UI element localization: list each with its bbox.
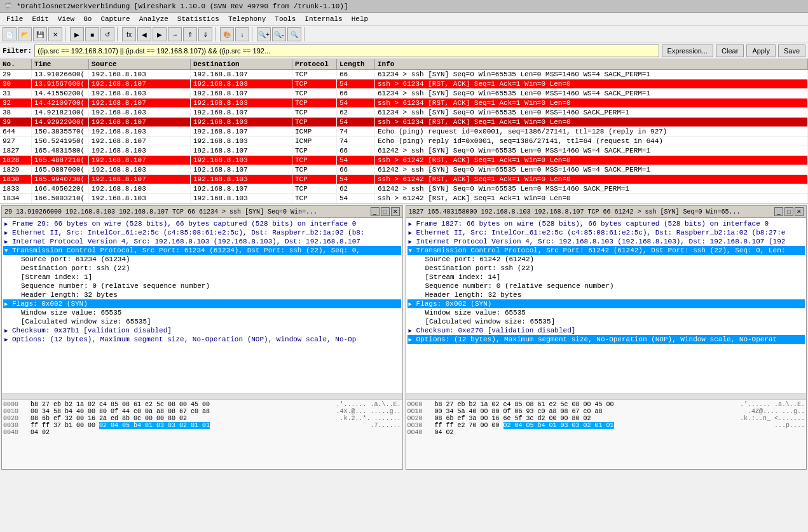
toolbar-btn-go-to[interactable]: → [168, 27, 182, 41]
expression-button[interactable]: Expression... [662, 44, 714, 57]
panel-1-detail-content: ▶Frame 29: 66 bytes on wire (528 bits), … [2, 218, 402, 393]
cell-info: 61242 > ssh [SYN] Seq=0 Win=65535 Len=0 … [375, 184, 808, 193]
cell-time: 165.9940730( [32, 175, 89, 184]
apply-button[interactable]: Apply [746, 44, 776, 57]
table-row[interactable]: 30 13.91567600( 192.168.8.107 192.168.8.… [0, 79, 808, 89]
panel-2-close[interactable]: ✕ [795, 207, 804, 216]
cell-no: 644 [0, 127, 32, 136]
toolbar-btn-save[interactable]: 💾 [33, 27, 47, 41]
table-row[interactable]: 29 13.91026600( 192.168.8.103 192.168.8.… [0, 70, 808, 79]
table-row[interactable]: 1834 166.5003210( 192.168.8.103 192.168.… [0, 194, 808, 203]
table-row[interactable]: 39 14.92922900( 192.168.8.107 192.168.8.… [0, 118, 808, 127]
toolbar-btn-zoom-out[interactable]: 🔍- [272, 27, 286, 41]
cell-src: 192.168.8.103 [89, 194, 191, 203]
hex-highlight: 02 04 05 b4 01 03 03 02 01 01 [99, 422, 210, 429]
detail-row[interactable]: ▶Ethernet II, Src: IntelCor_61:e2:5c (c4… [3, 228, 401, 237]
table-row[interactable]: 31 14.41550200( 192.168.8.103 192.168.8.… [0, 89, 808, 99]
hex-row: 0040 04 02 [407, 429, 805, 436]
detail-row: [Calculated window size: 65535] [407, 317, 805, 326]
detail-row[interactable]: ▶Ethernet II, Src: IntelCor_61:e2:5c (c4… [407, 228, 805, 237]
cell-dst: 192.168.8.103 [191, 99, 292, 107]
cell-no: 1834 [0, 194, 32, 203]
toolbar-btn-capture-start[interactable]: ▶ [70, 27, 84, 41]
detail-row[interactable]: ▶Internet Protocol Version 4, Src: 192.1… [407, 237, 805, 246]
detail-row[interactable]: ▶Checksum: 0xe270 [validation disabled] [407, 326, 805, 335]
menu-item-telephony[interactable]: Telephony [224, 14, 270, 24]
menu-item-analyze[interactable]: Analyze [135, 14, 172, 24]
toolbar-btn-filter-expr[interactable]: fx [122, 27, 136, 41]
toolbar-btn-zoom-in[interactable]: 🔍+ [257, 27, 271, 41]
detail-row[interactable]: ▶Options: (12 bytes), Maximum segment si… [3, 335, 401, 344]
menu-item-statistics[interactable]: Statistics [174, 14, 223, 24]
toolbar-btn-go-fwd[interactable]: ▶ [153, 27, 167, 41]
cell-time: 166.4950220( [32, 184, 89, 193]
toolbar-btn-close[interactable]: ✕ [48, 27, 62, 41]
toolbar-btn-autoscroll[interactable]: ↓ [235, 27, 249, 41]
menu-item-capture[interactable]: Capture [97, 14, 134, 24]
toolbar-btn-zoom-reset[interactable]: 🔍 [287, 27, 301, 41]
table-row[interactable]: 1830 165.9940730( 192.168.8.107 192.168.… [0, 175, 808, 184]
panel-2-minimize[interactable]: _ [774, 207, 783, 216]
save-button[interactable]: Save [778, 44, 805, 57]
table-row[interactable]: 38 14.92182100( 192.168.8.103 192.168.8.… [0, 108, 808, 118]
cell-len: 54 [337, 175, 375, 184]
panel-1-maximize[interactable]: □ [381, 207, 390, 216]
detail-row: Header length: 32 bytes [407, 290, 805, 299]
toolbar-btn-go-back[interactable]: ◀ [137, 27, 151, 41]
detail-row[interactable]: ▶Frame 1827: 66 bytes on wire (528 bits)… [407, 219, 805, 228]
toolbar-btn-capture-restart[interactable]: ↺ [100, 27, 114, 41]
filter-input[interactable] [34, 44, 659, 57]
detail-row: Sequence number: 0 (relative sequence nu… [3, 282, 401, 290]
menu-item-edit[interactable]: Edit [28, 14, 52, 24]
toolbar-btn-colorize[interactable]: 🎨 [220, 27, 234, 41]
cell-dst: 192.168.8.107 [191, 89, 292, 98]
cell-proto: ICMP [292, 137, 337, 146]
detail-row[interactable]: ▼Transmission Control Protocol, Src Port… [407, 246, 805, 255]
toolbar-btn-go-first[interactable]: ⇑ [183, 27, 197, 41]
panel-2-scrollbar[interactable] [406, 393, 807, 399]
table-row[interactable]: 1833 166.4950220( 192.168.8.103 192.168.… [0, 184, 808, 194]
menu-item-tools[interactable]: Tools [271, 14, 299, 24]
menu-item-file[interactable]: File [3, 14, 27, 24]
packet-rows: 29 13.91026600( 192.168.8.103 192.168.8.… [0, 70, 808, 203]
cell-no: 1833 [0, 184, 32, 193]
menu-item-help[interactable]: Help [348, 14, 372, 24]
table-row[interactable]: 1828 165.4887210( 192.168.8.107 192.168.… [0, 156, 808, 165]
menu-item-internals[interactable]: Internals [301, 14, 346, 24]
expand-icon: ▶ [409, 229, 416, 236]
panel-2-maximize[interactable]: □ [784, 207, 793, 216]
hex-ascii: .k.:..n_ <....... [740, 415, 805, 422]
cell-time: 150.5241950( [32, 137, 89, 146]
detail-row[interactable]: ▶Options: (12 bytes), Maximum segment si… [407, 335, 805, 344]
panel-1-scrollbar[interactable] [2, 393, 402, 399]
cell-src: 192.168.8.107 [89, 137, 191, 146]
toolbar-sep-2 [117, 27, 120, 41]
detail-row[interactable]: ▶Checksum: 0x37b1 [validation disabled] [3, 326, 401, 335]
detail-row[interactable]: ▶Frame 29: 66 bytes on wire (528 bits), … [3, 219, 401, 228]
menu-item-view[interactable]: View [54, 14, 78, 24]
detail-row[interactable]: ▶Internet Protocol Version 4, Src: 192.1… [3, 237, 401, 246]
toolbar-btn-capture-stop[interactable]: ■ [85, 27, 99, 41]
toolbar-sep-1 [65, 27, 67, 41]
packet-list: No. Time Source Destination Protocol Len… [0, 59, 808, 204]
panel-1-close[interactable]: ✕ [391, 207, 400, 216]
clear-button[interactable]: Clear [716, 44, 744, 57]
detail-row[interactable]: ▶Flags: 0x002 (SYN) [3, 299, 401, 308]
expand-icon: ▶ [4, 336, 12, 343]
toolbar-btn-go-last[interactable]: ⇓ [198, 27, 212, 41]
toolbar-btn-new[interactable]: 📄 [3, 27, 17, 41]
table-row[interactable]: 1829 165.9887000( 192.168.8.103 192.168.… [0, 165, 808, 175]
menu-item-go[interactable]: Go [79, 14, 95, 24]
toolbar-btn-open[interactable]: 📂 [18, 27, 32, 41]
table-row[interactable]: 32 14.42109700( 192.168.8.107 192.168.8.… [0, 99, 808, 108]
detail-row[interactable]: ▶Flags: 0x002 (SYN) [407, 299, 805, 308]
panel-1-minimize[interactable]: _ [371, 207, 380, 216]
cell-no: 31 [0, 89, 32, 98]
table-row[interactable]: 1827 165.4831580( 192.168.8.103 192.168.… [0, 146, 808, 156]
expand-icon: ▶ [409, 301, 416, 308]
table-row[interactable]: 927 150.5241950( 192.168.8.107 192.168.8… [0, 137, 808, 146]
detail-row[interactable]: ▼Transmission Control Protocol, Src Port… [3, 246, 401, 255]
table-row[interactable]: 644 150.3835570( 192.168.8.103 192.168.8… [0, 127, 808, 137]
cell-no: 38 [0, 108, 32, 117]
hex-row: 0010 00 34 58 b4 40 00 80 0f 44 c0 0a a8… [3, 408, 401, 415]
